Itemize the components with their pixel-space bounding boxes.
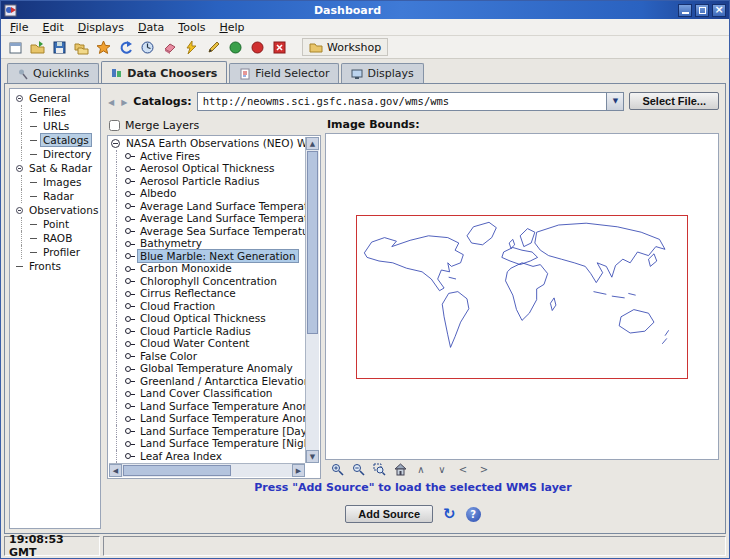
menu-item[interactable]: Displays	[71, 20, 131, 35]
scroll-left-icon[interactable]	[109, 464, 122, 477]
save-button[interactable]	[49, 37, 70, 57]
pan-left-button[interactable]	[454, 462, 472, 478]
tab-data-choosers[interactable]: Data Choosers	[101, 61, 227, 84]
zoom-region-button[interactable]	[370, 462, 388, 478]
favorites-button[interactable]	[93, 37, 114, 57]
refresh-button[interactable]	[443, 507, 456, 522]
history-back-button[interactable]	[107, 95, 115, 108]
pencil-button[interactable]	[203, 37, 224, 57]
tab-quicklinks[interactable]: Quicklinks	[7, 63, 99, 83]
scroll-up-icon[interactable]	[306, 137, 319, 150]
stop-button[interactable]	[269, 37, 290, 57]
tab-displays[interactable]: Displays	[341, 63, 423, 83]
open-button[interactable]	[27, 37, 48, 57]
wms-layer-item[interactable]: Global Temperature Anomaly	[109, 362, 305, 375]
wms-layer-item[interactable]: Chlorophyll Concentration	[109, 275, 305, 288]
zoom-out-button[interactable]	[349, 462, 367, 478]
sidebar-item[interactable]: Sat & Radar	[10, 161, 100, 175]
merge-layers-checkbox[interactable]	[109, 120, 120, 131]
pan-down-button[interactable]	[433, 462, 451, 478]
wms-layer-item[interactable]: Cloud Optical Thickness	[109, 312, 305, 325]
sidebar-item[interactable]: Fronts	[10, 259, 100, 273]
select-file-button[interactable]: Select File...	[629, 92, 719, 110]
scroll-down-icon[interactable]	[306, 450, 319, 463]
world-map[interactable]	[356, 215, 688, 379]
chevron-down-icon[interactable]	[606, 93, 623, 110]
folders-button[interactable]	[71, 37, 92, 57]
wms-layer-item[interactable]: Land Surface Temperature [Day]	[109, 425, 305, 438]
clock-button[interactable]	[137, 37, 158, 57]
title-bar[interactable]: Dashboard	[1, 1, 729, 19]
wms-layer-item[interactable]: Cloud Water Content	[109, 337, 305, 350]
sidebar-item[interactable]: Observations	[10, 203, 100, 217]
help-button[interactable]	[466, 507, 481, 522]
workshop-button[interactable]: Workshop	[302, 38, 388, 56]
wms-layer-item[interactable]: Greenland / Antarctica Elevation	[109, 375, 305, 388]
tree-expanded-icon[interactable]	[111, 139, 120, 148]
catalog-url-combobox[interactable]: http://neowms.sci.gsfc.nasa.gov/wms/wms	[197, 92, 625, 111]
wms-layer-item[interactable]: Cirrus Reflectance	[109, 287, 305, 300]
add-source-button[interactable]: Add Source	[345, 505, 433, 523]
menu-item[interactable]: Data	[131, 20, 171, 35]
wms-root-node[interactable]: NASA Earth Observations (NEO) WMS	[109, 137, 305, 150]
wms-layer-item[interactable]: Cloud Fraction	[109, 300, 305, 313]
sidebar-item[interactable]: Directory	[10, 147, 100, 161]
menu-item[interactable]: Edit	[35, 20, 70, 35]
run-button[interactable]	[225, 37, 246, 57]
wms-layer-item[interactable]: Average Land Surface Temperatu	[109, 200, 305, 213]
lightning-button[interactable]	[181, 37, 202, 57]
sidebar-item[interactable]: RAOB	[10, 231, 100, 245]
wms-layer-item[interactable]: Carbon Monoxide	[109, 262, 305, 275]
sidebar-item[interactable]: URLs	[10, 119, 100, 133]
history-forward-button[interactable]	[120, 95, 128, 108]
menu-item[interactable]: File	[3, 20, 35, 35]
pan-right-button[interactable]	[475, 462, 493, 478]
close-button[interactable]	[712, 4, 726, 17]
sidebar-item[interactable]: Profiler	[10, 245, 100, 259]
wms-layer-item[interactable]: False Color	[109, 350, 305, 363]
wms-layer-item[interactable]: Land Surface Temperature Anom	[109, 412, 305, 425]
sidebar-item[interactable]: General	[10, 91, 100, 105]
wms-layer-item[interactable]: Leaf Area Index	[109, 450, 305, 463]
eraser-button[interactable]	[159, 37, 180, 57]
pan-up-button[interactable]	[412, 462, 430, 478]
sidebar-item[interactable]: Files	[10, 105, 100, 119]
undo-button[interactable]	[115, 37, 136, 57]
layer-node-icon	[125, 340, 135, 347]
wms-layer-item[interactable]: Land Surface Temperature [Night	[109, 437, 305, 450]
wms-layer-item[interactable]: Bathymetry	[109, 237, 305, 250]
wms-layer-item[interactable]: Average Land Surface Temperatu	[109, 212, 305, 225]
scrollbar-thumb[interactable]	[307, 151, 318, 334]
menu-item[interactable]: Help	[212, 20, 251, 35]
wms-layer-item[interactable]: Land Cover Classification	[109, 387, 305, 400]
tree-node-icon	[30, 196, 37, 197]
sidebar-item[interactable]: Catalogs	[10, 133, 100, 147]
reset-view-button[interactable]	[391, 462, 409, 478]
world-map-outline	[357, 216, 687, 378]
wms-layer-item[interactable]: Aerosol Optical Thickness	[109, 162, 305, 175]
sidebar-item[interactable]: Radar	[10, 189, 100, 203]
wms-layer-item[interactable]: Land Surface Temperature Anom	[109, 400, 305, 413]
new-button[interactable]	[5, 37, 26, 57]
horizontal-scrollbar[interactable]	[109, 463, 305, 477]
maximize-button[interactable]	[695, 4, 709, 17]
wms-layer-item[interactable]: Average Sea Surface Temperatur	[109, 225, 305, 238]
wms-layer-item[interactable]: Blue Marble: Next Generation	[109, 250, 305, 263]
wms-layer-item[interactable]: Cloud Particle Radius	[109, 325, 305, 338]
zoom-in-button[interactable]	[328, 462, 346, 478]
sidebar-item[interactable]: Images	[10, 175, 100, 189]
image-bounds-canvas[interactable]	[325, 133, 719, 460]
wms-layer-item[interactable]: Active Fires	[109, 150, 305, 163]
vertical-scrollbar[interactable]	[305, 137, 319, 463]
wms-layer-item[interactable]: Aerosol Particle Radius	[109, 175, 305, 188]
sidebar-item[interactable]: Point	[10, 217, 100, 231]
scroll-right-icon[interactable]	[292, 464, 305, 477]
minimize-button[interactable]	[678, 4, 692, 17]
menu-item[interactable]: Tools	[171, 20, 212, 35]
layer-node-icon	[125, 352, 135, 359]
scrollbar-thumb[interactable]	[123, 465, 231, 476]
tab-field-selector[interactable]: Field Selector	[229, 63, 339, 83]
wms-layer-item[interactable]: Albedo	[109, 187, 305, 200]
record-button[interactable]	[247, 37, 268, 57]
open-icon	[30, 40, 45, 55]
